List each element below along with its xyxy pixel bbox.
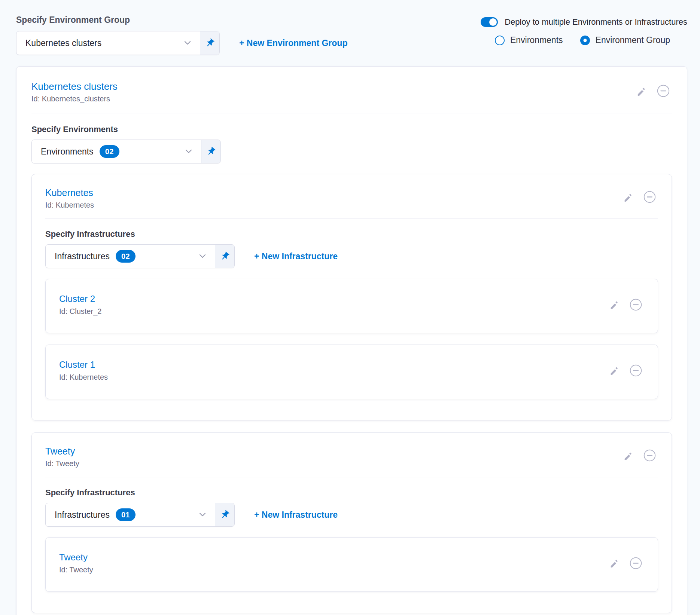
pencil-icon xyxy=(609,365,619,375)
topbar: Specify Environment Group Kubernetes clu… xyxy=(16,15,687,55)
remove-infrastructure-button[interactable] xyxy=(630,299,642,311)
radio-environment-group[interactable]: Environment Group xyxy=(580,35,670,45)
specify-infrastructures-label: Specify Infrastructures xyxy=(45,229,658,239)
divider xyxy=(31,113,672,113)
deploy-target-radio-group: Environments Environment Group xyxy=(495,35,670,45)
minus-circle-icon xyxy=(630,299,642,311)
infrastructures-select-value: Infrastructures xyxy=(55,510,110,520)
radio-environments-circle xyxy=(495,36,505,45)
pin-button[interactable] xyxy=(201,140,220,163)
environment-card-heading: Kubernetes Id: Kubernetes xyxy=(45,187,94,209)
chevron-down-icon xyxy=(183,38,192,48)
pencil-icon xyxy=(623,192,633,202)
specify-infrastructures-label: Specify Infrastructures xyxy=(45,488,658,498)
environments-count-badge: 02 xyxy=(100,145,119,158)
env-group-picker: Specify Environment Group Kubernetes clu… xyxy=(16,15,347,55)
environments-select[interactable]: Environments 02 xyxy=(31,140,221,163)
environments-select-value: Environments xyxy=(41,147,94,157)
infrastructures-count-badge: 01 xyxy=(116,508,136,521)
pencil-icon xyxy=(609,558,619,568)
infrastructure-card-cluster-1: Cluster 1 Id: Kubernetes xyxy=(45,345,658,399)
env-group-select-main: Kubernetes clusters xyxy=(16,31,200,55)
edit-infrastructure-button[interactable] xyxy=(609,365,619,375)
toggle-knob xyxy=(489,18,497,26)
environment-group-title: Kubernetes clusters xyxy=(31,81,118,92)
new-infrastructure-link[interactable]: + New Infrastructure xyxy=(254,251,338,261)
chevron-down-icon xyxy=(198,251,207,261)
edit-infrastructure-button[interactable] xyxy=(609,300,619,309)
pin-icon xyxy=(220,510,230,520)
radio-environment-group-circle xyxy=(580,36,590,45)
pin-button[interactable] xyxy=(215,245,234,268)
pencil-icon xyxy=(609,300,619,309)
infrastructures-select-value: Infrastructures xyxy=(55,251,110,261)
remove-environment-button[interactable] xyxy=(643,191,656,203)
infrastructures-select-main: Infrastructures 02 xyxy=(46,245,215,268)
infrastructure-card-heading: Cluster 2 Id: Cluster_2 xyxy=(59,293,101,316)
pencil-icon xyxy=(623,451,633,461)
pin-button[interactable] xyxy=(200,31,219,55)
infrastructures-select[interactable]: Infrastructures 01 xyxy=(45,503,235,527)
pin-icon xyxy=(220,251,230,261)
edit-infrastructure-button[interactable] xyxy=(609,558,619,568)
pin-button[interactable] xyxy=(215,503,234,526)
edit-environment-group-button[interactable] xyxy=(636,86,646,96)
pencil-icon xyxy=(636,86,646,96)
remove-infrastructure-button[interactable] xyxy=(630,557,642,569)
environment-card-tweety: Tweety Id: Tweety Specify Infrastructure… xyxy=(31,432,672,613)
minus-circle-icon xyxy=(657,85,670,97)
minus-circle-icon xyxy=(630,557,642,569)
environments-select-main: Environments 02 xyxy=(32,140,201,163)
env-group-label: Specify Environment Group xyxy=(16,15,347,25)
edit-environment-button[interactable] xyxy=(623,451,633,461)
infrastructure-title: Tweety xyxy=(59,552,93,563)
infrastructure-id: Id: Tweety xyxy=(59,565,93,574)
infrastructure-title: Cluster 2 xyxy=(59,293,101,305)
environment-card-kubernetes: Kubernetes Id: Kubernetes Specify Infras… xyxy=(31,174,672,420)
deploy-multiple-toggle[interactable] xyxy=(481,17,498,27)
new-environment-group-link[interactable]: + New Environment Group xyxy=(239,38,347,48)
infrastructure-card-heading: Cluster 1 Id: Kubernetes xyxy=(59,359,108,382)
new-infrastructure-link[interactable]: + New Infrastructure xyxy=(254,510,338,520)
environment-group-card: Kubernetes clusters Id: Kubernetes_clust… xyxy=(16,66,687,615)
chevron-down-icon xyxy=(198,510,207,520)
infrastructures-select-main: Infrastructures 01 xyxy=(46,503,215,526)
infrastructure-id: Id: Cluster_2 xyxy=(59,307,101,316)
environment-card-heading: Tweety Id: Tweety xyxy=(45,446,79,468)
divider xyxy=(45,477,658,477)
infrastructure-card-heading: Tweety Id: Tweety xyxy=(59,552,93,574)
env-group-select-value: Kubernetes clusters xyxy=(25,38,101,48)
environment-group-card-heading: Kubernetes clusters Id: Kubernetes_clust… xyxy=(31,81,118,103)
minus-circle-icon xyxy=(630,364,642,377)
minus-circle-icon xyxy=(643,191,656,203)
environment-title: Kubernetes xyxy=(45,187,94,198)
pin-icon xyxy=(205,38,215,48)
infrastructure-card-cluster-2: Cluster 2 Id: Cluster_2 xyxy=(45,279,658,333)
specify-environments-label: Specify Environments xyxy=(31,125,672,134)
environment-group-id: Id: Kubernetes_clusters xyxy=(31,94,118,103)
environment-title: Tweety xyxy=(45,446,79,457)
edit-environment-button[interactable] xyxy=(623,192,633,202)
infrastructure-id: Id: Kubernetes xyxy=(59,373,108,382)
pin-icon xyxy=(206,147,216,156)
radio-environment-group-label: Environment Group xyxy=(596,35,670,45)
deploy-multiple-toggle-label: Deploy to multiple Environments or Infra… xyxy=(505,17,687,27)
infrastructures-select[interactable]: Infrastructures 02 xyxy=(45,244,235,268)
remove-environment-group-button[interactable] xyxy=(657,85,670,97)
remove-environment-button[interactable] xyxy=(643,449,656,462)
infrastructures-count-badge: 02 xyxy=(116,250,136,263)
environment-id: Id: Kubernetes xyxy=(45,201,94,209)
chevron-down-icon xyxy=(184,147,194,156)
remove-infrastructure-button[interactable] xyxy=(630,364,642,377)
deploy-options: Deploy to multiple Environments or Infra… xyxy=(481,15,687,45)
environment-group-page: Specify Environment Group Kubernetes clu… xyxy=(0,0,700,615)
radio-environments[interactable]: Environments xyxy=(495,35,563,45)
infrastructure-card-tweety: Tweety Id: Tweety xyxy=(45,537,658,592)
radio-environments-label: Environments xyxy=(510,35,563,45)
divider xyxy=(45,218,658,219)
infrastructure-title: Cluster 1 xyxy=(59,359,108,370)
env-group-select[interactable]: Kubernetes clusters xyxy=(16,31,220,55)
environment-id: Id: Tweety xyxy=(45,459,79,468)
minus-circle-icon xyxy=(643,449,656,462)
